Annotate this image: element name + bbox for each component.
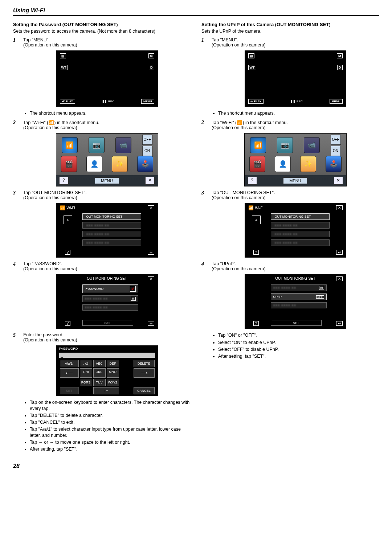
help-button[interactable]: ? [253, 321, 259, 326]
bullet: Tap "CANCEL" to exit. [30, 419, 191, 425]
switch-on-icon[interactable]: ON [331, 146, 341, 156]
key-cancel[interactable]: CANCEL [134, 387, 155, 394]
key-jkl[interactable]: JKL [93, 368, 106, 378]
menu-item-out-monitoring[interactable]: OUT MONITORING SET [271, 213, 330, 220]
face-icon[interactable]: 👤 [86, 156, 102, 172]
arrow-up-button[interactable]: ∧ [252, 216, 261, 224]
mode-d-icon[interactable]: D [337, 65, 343, 70]
left-heading: Setting the Password (OUT MONITORING SET… [13, 22, 191, 27]
wifi-icon[interactable]: 📶 [250, 137, 266, 153]
menu-button[interactable]: MENU [283, 177, 307, 184]
page-header: Using Wi-Fi [13, 7, 379, 16]
menu-screenshot: ▧ M WT D PLAY ❚❚ REC MENU [245, 50, 346, 107]
shortcut-screenshot: 📶 📷 📹 OFF ON 🎬 👤 ✨ 🕹️ [56, 133, 158, 186]
close-button[interactable]: ✕ [336, 276, 343, 281]
help-button[interactable]: ? [65, 250, 71, 255]
wifi-icon[interactable]: 📶 [62, 137, 78, 153]
play-button[interactable]: PLAY [60, 99, 75, 104]
menu-item-upnp[interactable]: UPnPOFF [271, 294, 327, 300]
close-button[interactable]: ✕ [336, 205, 343, 210]
help-button[interactable]: ? [248, 177, 257, 185]
key-delete[interactable]: DELETE [134, 360, 155, 367]
wt-icon[interactable]: WT [248, 65, 256, 70]
step-sub: (Operation on this camera) [23, 42, 191, 48]
wt-icon[interactable]: WT [60, 65, 68, 70]
menu-item-out-monitoring[interactable]: OUT MONITORING SET [82, 213, 141, 220]
camera-icon-2[interactable]: 📹 [304, 137, 320, 153]
wifi-menu-screenshot: 📶Wi-Fi ✕ ∧ OUT MONITORING SET XXX XXXX X… [56, 203, 158, 258]
joystick-icon[interactable]: 🕹️ [326, 156, 342, 172]
step-text: Tap "PASSWORD". [23, 261, 191, 266]
joystick-icon[interactable]: 🕹️ [137, 156, 153, 172]
password-field[interactable] [59, 353, 155, 358]
menu-item-blur[interactable]: XXX XXXX XX [271, 239, 330, 246]
mode-m-icon[interactable]: M [337, 53, 343, 58]
key-right[interactable]: ⟶ [134, 368, 155, 378]
close-button[interactable]: ✕ [145, 177, 155, 185]
arrow-up-button[interactable]: ∧ [64, 216, 72, 224]
clapper-icon[interactable]: 🎬 [249, 156, 265, 172]
menu-button[interactable]: MENU [95, 177, 119, 184]
help-button[interactable]: ? [253, 250, 259, 255]
back-button[interactable]: ↩ [336, 321, 343, 326]
switch-off-icon[interactable]: OFF [142, 135, 152, 145]
help-button[interactable]: ? [59, 177, 69, 185]
camera-icon-1[interactable]: 📷 [89, 137, 105, 153]
effect-icon[interactable]: ✨ [112, 156, 128, 172]
back-button[interactable]: ↩ [148, 250, 154, 255]
back-button[interactable]: ↩ [148, 321, 154, 326]
menu-item-blur[interactable]: XXX XXXX XX [82, 239, 141, 246]
key-mode[interactable]: A/a/1/ [60, 360, 79, 367]
close-button[interactable]: ✕ [334, 177, 343, 185]
menu-item-blur[interactable]: XXX XXXX XX [271, 231, 330, 237]
bullet: Tap ← or → to move one space to the left… [30, 439, 191, 445]
menu-item-blur[interactable]: XXX XXXX XX [271, 222, 330, 229]
bullet: After setting, tap "SET". [30, 446, 191, 452]
key-abc[interactable]: ABC [93, 360, 106, 367]
key-def[interactable]: DEF [107, 360, 119, 367]
menu-item-password[interactable]: PASSWORD✔ [82, 284, 138, 293]
close-button[interactable]: ✕ [148, 276, 154, 281]
set-button[interactable]: SET [271, 320, 322, 326]
key-pqrs[interactable]: PQRS [80, 379, 92, 386]
set-button[interactable]: SET [82, 320, 133, 326]
menu-button[interactable]: MENU [330, 99, 343, 104]
menu-item-blur[interactable]: XXX XXXX XX [82, 304, 138, 311]
effect-icon[interactable]: ✨ [300, 156, 316, 172]
page-number: 28 [13, 463, 379, 469]
rec-indicator: ❚❚ REC [290, 100, 303, 103]
mode-m-icon[interactable]: M [148, 53, 154, 58]
password-menu-screenshot: OUT MONITORING SET ✕ PASSWORD✔ XXX XXXX … [56, 274, 158, 329]
mode-d-icon[interactable]: D [149, 65, 154, 70]
menu-button[interactable]: MENU [141, 99, 154, 104]
key-ghi[interactable]: GHI [80, 368, 92, 378]
step-text: Tap "Wi-Fi" (📶) in the shortcut menu. [23, 120, 191, 125]
clapper-icon[interactable]: 🎬 [61, 156, 77, 172]
camera-icon-1[interactable]: 📷 [277, 137, 293, 153]
menu-item-blur[interactable]: XXX XXXX XX▤ [271, 284, 327, 291]
key-sym[interactable]: - + [93, 387, 119, 394]
key-set[interactable]: SET [60, 387, 79, 394]
help-button[interactable]: ? [65, 321, 71, 326]
close-button[interactable]: ✕ [148, 205, 154, 210]
menu-item-blur[interactable]: XXX XXXX XX▤ [82, 295, 138, 302]
bullet: After setting, tap "SET". [218, 353, 379, 359]
menu-item-blur[interactable]: XXX XXXX XX [271, 302, 327, 308]
camera-icon-2[interactable]: 📹 [115, 137, 131, 153]
menu-item-blur[interactable]: XXX XXXX XX [82, 231, 141, 237]
back-button[interactable]: ↩ [336, 250, 343, 255]
key-mno[interactable]: MNO [107, 368, 119, 378]
switch-on-icon[interactable]: ON [142, 146, 152, 156]
switch-off-icon[interactable]: OFF [331, 135, 341, 145]
key-tuv[interactable]: TUV [93, 379, 106, 386]
left-step-5: Enter the password. (Operation on this c… [13, 332, 191, 452]
still-icon[interactable]: ▧ [248, 53, 254, 58]
play-button[interactable]: PLAY [248, 99, 264, 104]
key-wxyz[interactable]: WXYZ [107, 379, 119, 386]
key-left[interactable]: ⟵ [60, 368, 79, 378]
menu-item-blur[interactable]: XXX XXXX XX [82, 222, 141, 229]
face-icon[interactable]: 👤 [275, 156, 291, 172]
still-icon[interactable]: ▧ [60, 53, 66, 58]
bullet: Tap "DELETE" to delete a character. [30, 413, 191, 418]
key-dot[interactable]: . @ [80, 360, 92, 367]
